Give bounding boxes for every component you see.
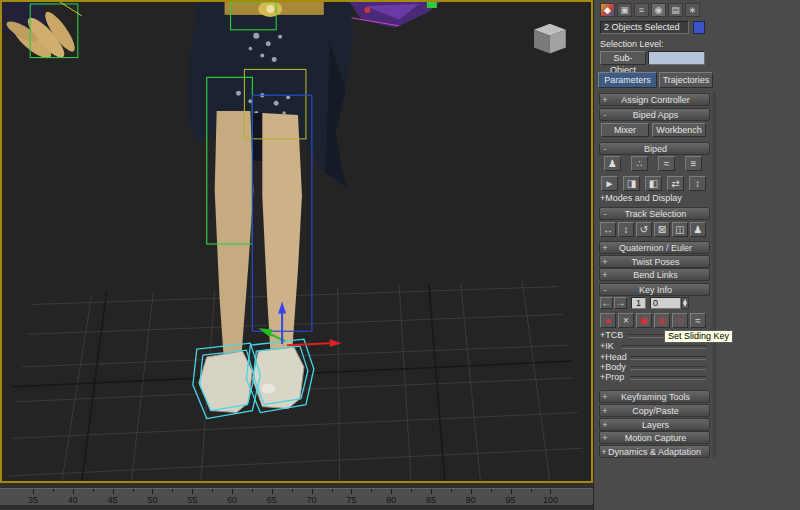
timeline-minor-tick bbox=[172, 489, 173, 492]
expand-icon: + bbox=[600, 447, 608, 457]
motion-flow-mode-icon[interactable]: ≈ bbox=[658, 156, 675, 171]
prop-expander[interactable]: +Prop bbox=[600, 372, 624, 382]
sub-object-level-field[interactable] bbox=[648, 51, 705, 65]
symmetrical-icon[interactable]: ◫ bbox=[672, 222, 688, 237]
delete-key-icon[interactable]: × bbox=[618, 313, 634, 328]
rollout-track-selection[interactable]: -Track Selection bbox=[599, 207, 710, 220]
next-key-button[interactable]: → bbox=[614, 297, 627, 309]
set-free-key-icon[interactable]: ○ bbox=[672, 313, 688, 328]
workbench-button[interactable]: Workbench bbox=[652, 123, 706, 137]
motion-tab-icon[interactable]: ◉ bbox=[651, 3, 666, 17]
timeline-minor-tick bbox=[332, 489, 333, 492]
ik-expander[interactable]: +IK bbox=[600, 341, 614, 351]
timeline-tick-label: 70 bbox=[307, 495, 317, 505]
rollout-label: Twist Poses bbox=[610, 257, 709, 267]
collapse-icon: - bbox=[600, 285, 610, 295]
figure-mode-icon[interactable]: ♟ bbox=[604, 156, 621, 171]
timeline-tick-label: 75 bbox=[346, 495, 356, 505]
opposite-icon[interactable]: ♟ bbox=[690, 222, 706, 237]
timeline-tick-label: 65 bbox=[267, 495, 277, 505]
gizmo-x-axis[interactable] bbox=[287, 343, 330, 345]
convert-icon[interactable]: ⇄ bbox=[667, 176, 684, 191]
rollout-assign-controller[interactable]: +Assign Controller bbox=[599, 93, 710, 106]
body-rotation-icon[interactable]: ↺ bbox=[636, 222, 652, 237]
body-horizontal-icon[interactable]: ↔ bbox=[600, 222, 616, 237]
footstep-mode-icon[interactable]: ∴ bbox=[631, 156, 648, 171]
timeline-minor-tick bbox=[491, 489, 492, 492]
rollout-copy-paste[interactable]: +Copy/Paste bbox=[599, 404, 710, 417]
perspective-viewport[interactable] bbox=[0, 0, 593, 483]
timeline-major-tick bbox=[192, 489, 193, 494]
timeline-tick-label: 90 bbox=[466, 495, 476, 505]
save-file-icon[interactable]: ◧ bbox=[645, 176, 662, 191]
rollout-label: Biped bbox=[610, 144, 709, 154]
rollout-biped-apps[interactable]: -Biped Apps bbox=[599, 108, 710, 121]
create-tab-icon[interactable]: ◆ bbox=[600, 3, 615, 17]
load-file-icon[interactable]: ◨ bbox=[623, 176, 640, 191]
rollout-label: Key Info bbox=[610, 285, 709, 295]
timeline-minor-tick bbox=[252, 489, 253, 492]
lock-com-keying-icon[interactable]: ⊠ bbox=[654, 222, 670, 237]
rollout-twist-poses[interactable]: +Twist Poses bbox=[599, 255, 710, 268]
rollout-dynamics-adaptation[interactable]: +Dynamics & Adaptation bbox=[599, 445, 710, 458]
key-number-field[interactable]: 1 bbox=[631, 297, 646, 309]
timeline-minor-tick bbox=[371, 489, 372, 492]
timeline-major-tick bbox=[73, 489, 74, 494]
rollout-label: Dynamics & Adaptation bbox=[608, 447, 709, 457]
set-sliding-key-icon[interactable]: ◎ bbox=[654, 313, 670, 328]
utilities-tab-icon[interactable]: ∗ bbox=[685, 3, 700, 17]
body-expander[interactable]: +Body bbox=[600, 362, 626, 372]
rollout-keyframing-tools[interactable]: +Keyframing Tools bbox=[599, 390, 710, 403]
timeline-minor-tick bbox=[531, 489, 532, 492]
rollout-biped[interactable]: -Biped bbox=[599, 142, 710, 155]
timeline-major-tick bbox=[431, 489, 432, 494]
objects-selected-field[interactable]: 2 Objects Selected bbox=[600, 21, 689, 34]
timeline-tick-label: 95 bbox=[506, 495, 516, 505]
trajectories-tab[interactable]: Trajectories bbox=[659, 72, 713, 88]
rollout-layers[interactable]: +Layers bbox=[599, 418, 710, 431]
set-key-icon[interactable]: ● bbox=[600, 313, 616, 328]
timeline-ruler[interactable]: 35404550556065707580859095100 bbox=[0, 488, 593, 506]
mixer-button[interactable]: Mixer bbox=[601, 123, 649, 137]
hierarchy-tab-icon[interactable]: ≡ bbox=[634, 3, 649, 17]
previous-key-button[interactable]: ← bbox=[600, 297, 613, 309]
timeline-major-tick bbox=[33, 489, 34, 494]
timeline-tick-label: 50 bbox=[147, 495, 157, 505]
timeline-major-tick bbox=[152, 489, 153, 494]
viewport-scene bbox=[2, 2, 591, 481]
expand-icon: + bbox=[600, 420, 610, 430]
parameters-tab[interactable]: Parameters bbox=[598, 72, 657, 88]
mixer-mode-icon[interactable]: ≡ bbox=[685, 156, 702, 171]
time-spinner[interactable] bbox=[681, 297, 689, 309]
rollout-bend-links[interactable]: +Bend Links bbox=[599, 268, 710, 281]
timeline-major-tick bbox=[232, 489, 233, 494]
selection-color-swatch[interactable] bbox=[693, 21, 705, 34]
sub-object-button[interactable]: Sub-Object bbox=[600, 51, 646, 65]
body-groove bbox=[630, 366, 706, 370]
timeline-tick-label: 35 bbox=[28, 495, 38, 505]
biped-playback-icon[interactable]: ► bbox=[601, 176, 618, 191]
display-tab-icon[interactable]: ▤ bbox=[668, 3, 683, 17]
modes-and-display-expander[interactable]: +Modes and Display bbox=[600, 193, 682, 203]
rollout-quaternion-euler[interactable]: +Quaternion / Euler bbox=[599, 241, 710, 254]
timeline-minor-tick bbox=[212, 489, 213, 492]
rollout-label: Track Selection bbox=[610, 209, 709, 219]
panel-scroll-edge[interactable] bbox=[713, 93, 716, 458]
tcb-curve-icon[interactable]: ≈ bbox=[690, 313, 706, 328]
timeline-major-tick bbox=[471, 489, 472, 494]
timeline-minor-tick bbox=[93, 489, 94, 492]
rollout-key-info[interactable]: -Key Info bbox=[599, 283, 710, 296]
modify-tab-icon[interactable]: ▣ bbox=[617, 3, 632, 17]
key-time-field[interactable]: 0 bbox=[650, 297, 681, 309]
expand-icon: + bbox=[600, 95, 610, 105]
head-expander[interactable]: +Head bbox=[600, 352, 627, 362]
move-all-mode-icon[interactable]: ↕ bbox=[689, 176, 706, 191]
rollout-motion-capture[interactable]: +Motion Capture bbox=[599, 431, 710, 444]
timeline-major-tick bbox=[550, 489, 551, 494]
set-planted-key-icon[interactable]: ◉ bbox=[636, 313, 652, 328]
selection-level-label: Selection Level: bbox=[600, 39, 664, 49]
timeline-minor-tick bbox=[451, 489, 452, 492]
expand-icon: + bbox=[600, 257, 610, 267]
tcb-expander[interactable]: +TCB bbox=[600, 330, 623, 340]
body-vertical-icon[interactable]: ↕ bbox=[618, 222, 634, 237]
